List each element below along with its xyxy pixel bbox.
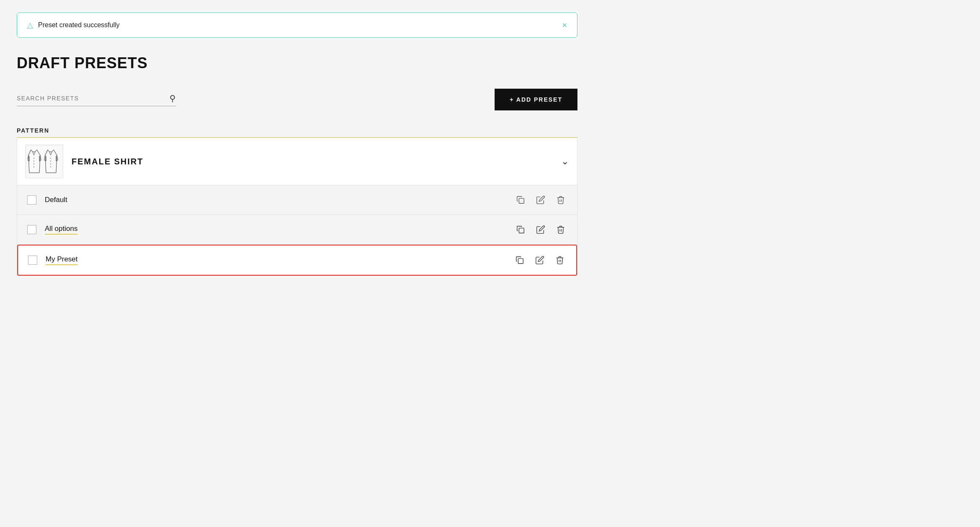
- preset-left: All options: [27, 225, 77, 235]
- preset-name-my-preset: My Preset: [46, 255, 78, 265]
- preset-name-default: Default: [45, 196, 67, 204]
- preset-checkbox-default[interactable]: [27, 195, 36, 205]
- copy-icon: [516, 225, 525, 234]
- page-title: DRAFT PRESETS: [17, 54, 963, 72]
- search-icon: ⚲: [169, 93, 176, 103]
- svg-point-38: [50, 164, 51, 164]
- pattern-name: FEMALE SHIRT: [72, 157, 144, 166]
- trash-icon: [555, 256, 564, 265]
- svg-point-36: [50, 158, 51, 159]
- preset-name-all-options: All options: [45, 225, 77, 235]
- search-wrapper: ⚲: [17, 93, 176, 106]
- duplicate-button-all-options[interactable]: [514, 223, 527, 236]
- toast-notification: △ Preset created successfully ×: [17, 13, 577, 38]
- preset-checkbox-all-options[interactable]: [27, 225, 36, 234]
- chevron-down-icon[interactable]: ⌄: [561, 156, 569, 167]
- svg-line-26: [48, 150, 49, 152]
- svg-line-24: [54, 150, 57, 155]
- svg-point-39: [50, 166, 51, 167]
- svg-line-8: [33, 152, 34, 155]
- duplicate-button-default[interactable]: [514, 194, 527, 206]
- svg-point-16: [33, 158, 34, 159]
- copy-icon: [515, 256, 524, 265]
- svg-rect-42: [518, 258, 523, 264]
- svg-point-19: [33, 166, 34, 167]
- shirt-svg-icon: [28, 147, 61, 176]
- svg-line-5: [35, 150, 37, 152]
- edit-button-default[interactable]: [534, 194, 547, 206]
- svg-line-28: [49, 152, 51, 155]
- svg-rect-41: [519, 228, 524, 233]
- preset-checkbox-my-preset[interactable]: [28, 256, 37, 265]
- preset-row-my-preset: My Preset: [17, 245, 577, 276]
- svg-point-18: [33, 164, 34, 164]
- delete-button-default[interactable]: [554, 194, 567, 206]
- svg-line-20: [45, 150, 48, 155]
- svg-line-9: [34, 152, 35, 155]
- pattern-header[interactable]: FEMALE SHIRT ⌄: [17, 138, 577, 185]
- svg-point-17: [33, 161, 34, 161]
- preset-left: My Preset: [28, 255, 78, 265]
- duplicate-button-my-preset[interactable]: [513, 254, 526, 266]
- toast-message: Preset created successfully: [38, 21, 120, 29]
- pencil-icon: [536, 195, 545, 205]
- copy-icon: [516, 195, 525, 205]
- preset-row-default: Default: [17, 185, 577, 215]
- svg-line-0: [28, 150, 31, 155]
- trash-icon: [556, 225, 565, 234]
- shirt-thumbnail: [26, 145, 63, 178]
- edit-button-all-options[interactable]: [534, 223, 547, 236]
- delete-button-my-preset[interactable]: [554, 254, 566, 266]
- toast-content: △ Preset created successfully: [27, 20, 120, 30]
- alert-icon: △: [27, 20, 33, 30]
- trash-icon: [556, 195, 565, 205]
- svg-point-37: [50, 161, 51, 161]
- svg-line-6: [31, 150, 33, 152]
- svg-rect-40: [519, 198, 524, 203]
- preset-left: Default: [27, 195, 67, 205]
- svg-line-25: [52, 150, 54, 152]
- add-preset-button[interactable]: + ADD PRESET: [495, 89, 577, 110]
- section-label: PATTERN: [17, 127, 577, 134]
- preset-actions-default: [514, 194, 567, 206]
- svg-line-29: [51, 152, 52, 155]
- search-input[interactable]: [17, 95, 166, 102]
- toolbar: ⚲ + ADD PRESET: [17, 89, 577, 110]
- edit-button-my-preset[interactable]: [534, 254, 546, 266]
- pattern-header-left: FEMALE SHIRT: [26, 145, 144, 178]
- preset-row-all-options: All options: [17, 215, 577, 245]
- toast-close-button[interactable]: ×: [562, 21, 567, 29]
- pencil-icon: [536, 225, 545, 234]
- preset-actions-all-options: [514, 223, 567, 236]
- pencil-icon: [535, 256, 544, 265]
- delete-button-all-options[interactable]: [554, 223, 567, 236]
- svg-line-4: [37, 150, 40, 155]
- presets-list: Default: [17, 185, 577, 276]
- preset-actions-my-preset: [513, 254, 566, 266]
